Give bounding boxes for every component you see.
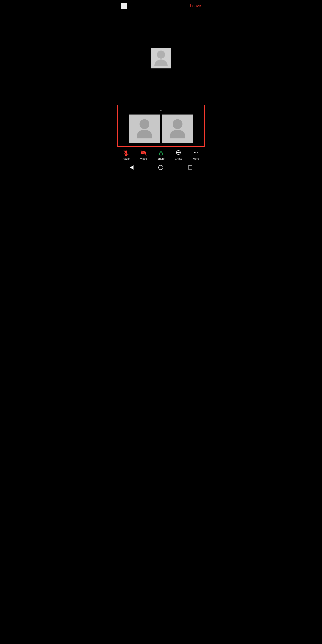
recents-button[interactable]	[187, 164, 193, 170]
svg-point-18	[194, 152, 195, 153]
back-icon	[130, 165, 134, 170]
leave-button[interactable]: Leave	[190, 4, 201, 8]
participants-panel: ⌄	[118, 105, 204, 147]
chevron-down-icon[interactable]: ⌄	[159, 107, 163, 112]
main-participant-avatar	[151, 48, 171, 68]
toolbar: Audio Video Share	[118, 147, 204, 162]
avatar-placeholder	[151, 48, 171, 68]
participant-2-body	[170, 130, 185, 138]
svg-marker-3	[125, 7, 126, 8]
participant-tile-1[interactable]	[129, 114, 160, 143]
chat-icon	[175, 149, 182, 156]
svg-point-20	[197, 152, 198, 153]
share-button[interactable]: Share	[154, 149, 168, 160]
home-icon	[158, 165, 163, 170]
participant-1-body	[137, 130, 152, 138]
participant-2-head	[173, 119, 182, 129]
svg-marker-0	[122, 4, 123, 5]
share-label: Share	[158, 157, 164, 160]
avatar-head	[157, 50, 165, 58]
mic-muted-icon	[122, 149, 130, 156]
svg-point-17	[179, 152, 180, 153]
audio-label: Audio	[123, 157, 130, 160]
participant-1-avatar	[129, 115, 160, 143]
svg-marker-1	[125, 4, 126, 5]
participants-row	[118, 114, 204, 143]
chevron-container[interactable]: ⌄	[118, 107, 204, 112]
more-icon	[192, 149, 200, 156]
nav-bar	[118, 162, 204, 174]
header: Leave	[118, 0, 204, 12]
share-icon	[158, 149, 164, 156]
avatar-body	[154, 60, 168, 66]
back-button[interactable]	[129, 164, 134, 170]
video-muted-icon	[140, 149, 147, 156]
svg-point-19	[196, 152, 196, 153]
main-video-area	[118, 12, 204, 105]
chats-button[interactable]: Chats	[172, 149, 185, 160]
video-button[interactable]: Video	[137, 149, 150, 160]
collapse-icon	[122, 3, 127, 9]
chats-label: Chats	[175, 157, 182, 160]
more-label: More	[193, 157, 199, 160]
recents-icon	[188, 166, 192, 170]
video-label: Video	[140, 157, 147, 160]
home-button[interactable]	[158, 164, 164, 171]
collapse-button[interactable]	[121, 3, 127, 9]
svg-point-16	[178, 152, 179, 153]
participant-1-head	[140, 119, 149, 129]
participant-tile-2[interactable]	[162, 114, 193, 143]
more-button[interactable]: More	[189, 149, 202, 160]
svg-point-15	[177, 152, 178, 153]
audio-button[interactable]: Audio	[120, 149, 133, 160]
participant-2-avatar	[162, 115, 193, 143]
svg-marker-2	[122, 7, 123, 8]
